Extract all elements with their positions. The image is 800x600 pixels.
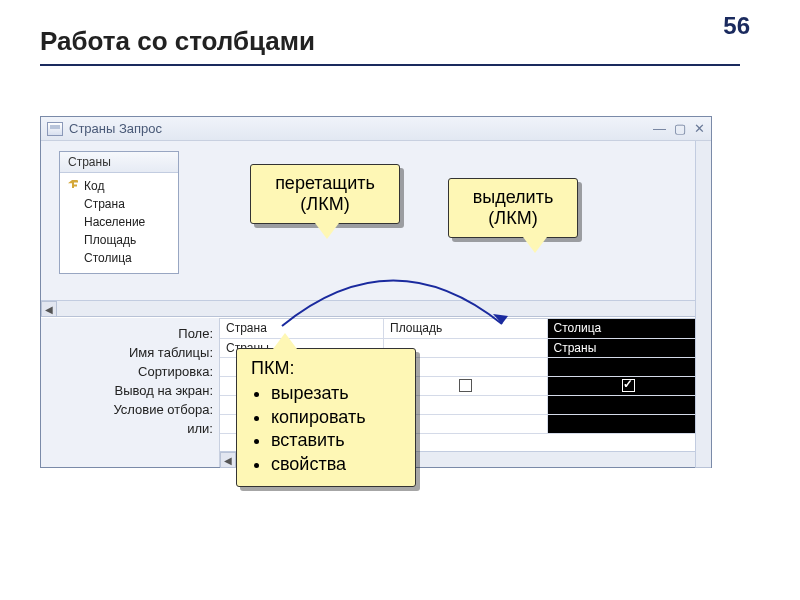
row-labels: Поле: Имя таблицы: Сортировка: Вывод на … [41, 318, 219, 467]
label-or: или: [41, 419, 213, 438]
menu-item: копировать [271, 406, 403, 429]
cell-field-selected[interactable]: Столица [547, 319, 711, 338]
window-title: Страны Запрос [69, 121, 162, 136]
table-name: Страны [60, 152, 178, 173]
callout-line: (ЛКМ) [463, 208, 563, 229]
query-icon [47, 122, 63, 136]
menu-item: вырезать [271, 382, 403, 405]
close-button[interactable]: ✕ [694, 121, 705, 136]
label-sort: Сортировка: [41, 362, 213, 381]
maximize-button[interactable]: ▢ [674, 121, 686, 136]
field-item[interactable]: Столица [66, 249, 172, 267]
cell-criteria-selected[interactable] [547, 395, 711, 414]
menu-item: вставить [271, 429, 403, 452]
titlebar[interactable]: Страны Запрос — ▢ ✕ [41, 117, 711, 141]
label-show: Вывод на экран: [41, 381, 213, 400]
menu-item: свойства [271, 453, 403, 476]
callout-line: перетащить [265, 173, 385, 194]
field-item[interactable]: Площадь [66, 231, 172, 249]
cell-or-selected[interactable] [547, 414, 711, 433]
label-table: Имя таблицы: [41, 343, 213, 362]
callout-title: ПКМ: [251, 357, 403, 380]
page-title: Работа со столбцами [40, 26, 315, 57]
minimize-button[interactable]: — [653, 121, 666, 136]
title-rule [40, 64, 740, 66]
field-item[interactable]: Население [66, 213, 172, 231]
scroll-left-icon[interactable]: ◀ [220, 452, 236, 468]
cell-sort-selected[interactable] [547, 357, 711, 376]
callout-line: выделить [463, 187, 563, 208]
source-table[interactable]: Страны Код Страна Население Площадь Стол… [59, 151, 179, 274]
v-scrollbar[interactable] [695, 141, 711, 467]
page-number: 56 [723, 12, 750, 40]
drag-arc-arrow [262, 256, 522, 336]
callout-drag: перетащить (ЛКМ) [250, 164, 400, 224]
callout-select: выделить (ЛКМ) [448, 178, 578, 238]
field-item[interactable]: Страна [66, 195, 172, 213]
label-criteria: Условие отбора: [41, 400, 213, 419]
field-item[interactable]: Код [66, 177, 172, 195]
cell-show-selected[interactable] [547, 376, 711, 395]
checkbox-icon[interactable] [459, 379, 472, 392]
callout-line: (ЛКМ) [265, 194, 385, 215]
cell-table-selected[interactable]: Страны [547, 338, 711, 357]
window-controls: — ▢ ✕ [653, 121, 705, 136]
scroll-left-icon[interactable]: ◀ [41, 301, 57, 317]
checkbox-checked-icon[interactable] [622, 379, 635, 392]
callout-context-menu: ПКМ: вырезать копировать вставить свойст… [236, 348, 416, 487]
label-field: Поле: [41, 324, 213, 343]
